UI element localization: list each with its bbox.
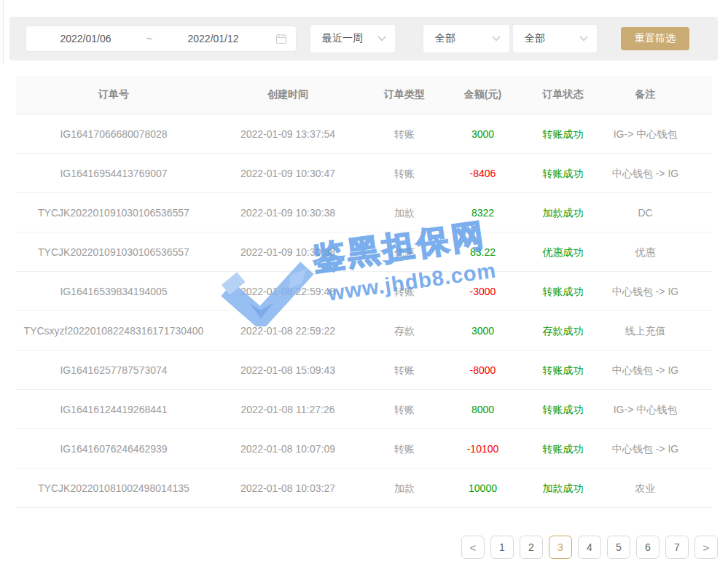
date-range-preset-select[interactable]: 最近一周 bbox=[310, 24, 396, 53]
amount: 3000 bbox=[445, 310, 521, 350]
created-time: 2022-01-08 15:09:43 bbox=[211, 350, 364, 389]
created-time: 2022-01-08 11:27:26 bbox=[211, 389, 364, 428]
orders-table-panel: 订单号 创建时间 订单类型 金额(元) 订单状态 备注 IG1641706668… bbox=[16, 76, 712, 508]
order-no: TYCJK202201091030106536557 bbox=[16, 232, 211, 271]
order-type: 转账 bbox=[364, 350, 445, 389]
remark: IG-> 中心钱包 bbox=[605, 114, 712, 153]
amount: 10000 bbox=[445, 468, 521, 507]
page-button-2[interactable]: 2 bbox=[520, 536, 543, 559]
col-header-remark: 备注 bbox=[605, 76, 712, 114]
col-header-status: 订单状态 bbox=[521, 76, 605, 114]
chevron-down-icon bbox=[579, 36, 588, 42]
order-no: IG16416539834194005 bbox=[16, 271, 211, 310]
table-row: TYCJK202201081002498014135 2022-01-08 10… bbox=[16, 468, 712, 507]
date-separator: ~ bbox=[145, 33, 154, 44]
date-range-preset-value: 最近一周 bbox=[322, 32, 363, 45]
page-button-3-active[interactable]: 3 bbox=[549, 536, 572, 559]
order-status-value: 全部 bbox=[525, 32, 545, 45]
page-button-7[interactable]: 7 bbox=[665, 536, 689, 559]
page-button-4[interactable]: 4 bbox=[578, 536, 601, 559]
page-button-6[interactable]: 6 bbox=[636, 536, 659, 559]
order-status: 转账成功 bbox=[521, 350, 605, 389]
created-time: 2022-01-09 10:30:47 bbox=[211, 153, 364, 192]
table-row: TYCsxyzf202201082248316171730400 2022-01… bbox=[16, 310, 712, 350]
amount: -8000 bbox=[445, 350, 521, 389]
col-header-order-no: 订单号 bbox=[16, 76, 211, 114]
page-button-5[interactable]: 5 bbox=[607, 536, 630, 559]
table-row: IG16416076246462939 2022-01-08 10:07:09 … bbox=[16, 428, 712, 468]
calendar-icon[interactable] bbox=[275, 33, 287, 44]
amount: 8000 bbox=[445, 389, 521, 428]
remark: 优惠 bbox=[605, 232, 712, 271]
order-no: TYCJK202201081002498014135 bbox=[16, 468, 211, 507]
left-edge-divider bbox=[3, 0, 4, 64]
order-type-select[interactable]: 全部 bbox=[423, 24, 510, 53]
created-time: 2022-01-09 13:37:54 bbox=[211, 114, 364, 153]
order-no: IG16416954413769007 bbox=[16, 153, 211, 192]
order-type: 转账 bbox=[364, 389, 445, 428]
chevron-down-icon bbox=[492, 36, 501, 42]
prev-page-button[interactable]: < bbox=[461, 536, 485, 559]
remark: 中心钱包 -> IG bbox=[605, 271, 712, 310]
order-no: TYCJK202201091030106536557 bbox=[16, 192, 211, 232]
order-status: 加款成功 bbox=[521, 468, 605, 507]
remark: 线上充值 bbox=[605, 310, 712, 350]
order-type: 优惠 bbox=[364, 232, 445, 271]
created-time: 2022-01-09 10:30:38 bbox=[211, 192, 364, 232]
order-no: IG16416257787573074 bbox=[16, 350, 211, 389]
amount: -3000 bbox=[445, 271, 521, 310]
table-row: IG16416257787573074 2022-01-08 15:09:43 … bbox=[16, 350, 712, 389]
order-type-value: 全部 bbox=[435, 32, 455, 45]
remark: DC bbox=[605, 192, 712, 232]
col-header-type: 订单类型 bbox=[364, 76, 445, 114]
remark: 农业 bbox=[605, 468, 712, 507]
order-status: 转账成功 bbox=[521, 114, 605, 153]
order-status: 加款成功 bbox=[521, 192, 605, 232]
order-no: TYCsxyzf202201082248316171730400 bbox=[16, 310, 211, 350]
table-row: IG16416954413769007 2022-01-09 10:30:47 … bbox=[16, 153, 712, 192]
order-status: 优惠成功 bbox=[521, 232, 605, 271]
created-time: 2022-01-08 10:07:09 bbox=[211, 428, 364, 468]
col-header-amount: 金额(元) bbox=[445, 76, 521, 114]
created-time: 2022-01-08 22:59:48 bbox=[211, 271, 364, 310]
created-time: 2022-01-08 10:03:27 bbox=[211, 468, 364, 507]
table-row: IG16416539834194005 2022-01-08 22:59:48 … bbox=[16, 271, 712, 310]
table-row: TYCJK202201091030106536557 2022-01-09 10… bbox=[16, 192, 712, 232]
amount: -8406 bbox=[445, 153, 521, 192]
amount: 83.22 bbox=[445, 232, 521, 271]
order-type: 加款 bbox=[364, 468, 445, 507]
filter-bar: 2022/01/06 ~ 2022/01/12 最近一周 全部 全部 bbox=[9, 17, 718, 60]
order-status: 转账成功 bbox=[521, 271, 605, 310]
table-row: TYCJK202201091030106536557 2022-01-09 10… bbox=[16, 232, 712, 271]
col-header-created: 创建时间 bbox=[211, 76, 364, 114]
order-no: IG16416124419268441 bbox=[16, 389, 211, 428]
date-range-picker[interactable]: 2022/01/06 ~ 2022/01/12 bbox=[26, 26, 297, 52]
created-time: 2022-01-09 10:30:38 bbox=[211, 232, 364, 271]
order-type: 加款 bbox=[364, 192, 445, 232]
order-type: 转账 bbox=[364, 271, 445, 310]
orders-page: 2022/01/06 ~ 2022/01/12 最近一周 全部 全部 bbox=[0, 0, 728, 564]
table-header-row: 订单号 创建时间 订单类型 金额(元) 订单状态 备注 bbox=[16, 76, 712, 114]
order-status-select[interactable]: 全部 bbox=[512, 24, 598, 53]
end-date-field[interactable]: 2022/01/12 bbox=[154, 33, 273, 44]
amount: 8322 bbox=[445, 192, 521, 232]
remark: 中心钱包 -> IG bbox=[605, 153, 712, 192]
start-date-field[interactable]: 2022/01/06 bbox=[26, 33, 145, 44]
order-no: IG16416076246462939 bbox=[16, 428, 211, 468]
order-status: 转账成功 bbox=[521, 153, 605, 192]
order-status: 存款成功 bbox=[521, 310, 605, 350]
remark: 中心钱包 -> IG bbox=[605, 350, 712, 389]
table-row: IG16416124419268441 2022-01-08 11:27:26 … bbox=[16, 389, 712, 428]
reset-filter-button[interactable]: 重置筛选 bbox=[621, 27, 689, 50]
order-type: 存款 bbox=[364, 310, 445, 350]
order-status: 转账成功 bbox=[521, 389, 605, 428]
page-button-1[interactable]: 1 bbox=[490, 536, 514, 559]
table-row: IG16417066680078028 2022-01-09 13:37:54 … bbox=[16, 114, 712, 153]
created-time: 2022-01-08 22:59:22 bbox=[211, 310, 364, 350]
amount: -10100 bbox=[445, 428, 521, 468]
next-page-button[interactable]: > bbox=[694, 536, 718, 559]
remark: 中心钱包 -> IG bbox=[605, 428, 712, 468]
order-type: 转账 bbox=[364, 114, 445, 153]
order-no: IG16417066680078028 bbox=[16, 114, 211, 153]
orders-table: 订单号 创建时间 订单类型 金额(元) 订单状态 备注 IG1641706668… bbox=[16, 76, 712, 508]
